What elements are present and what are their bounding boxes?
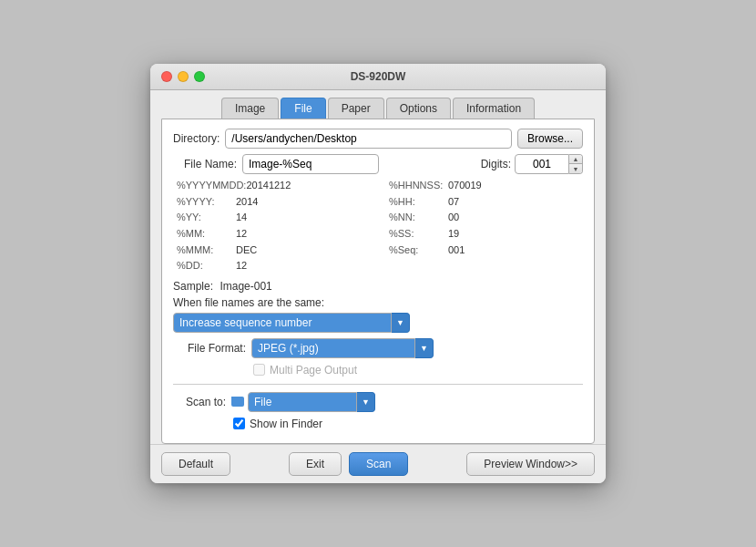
info-row-nn: %NN: 00 [389, 210, 583, 226]
show-in-finder-row: Show in Finder [173, 418, 583, 430]
sample-row: Sample: Image-001 [173, 280, 583, 293]
show-in-finder-checkbox[interactable] [233, 418, 245, 429]
info-key-hh: %HH: [389, 194, 448, 211]
digits-up-arrow[interactable]: ▲ [569, 155, 582, 164]
info-key-yyyymmdd: %YYYYMMDD: [177, 178, 246, 194]
info-key-mmm: %MMM: [177, 243, 236, 259]
scan-to-row: Scan to: File ▼ [173, 392, 583, 412]
minimize-button[interactable] [178, 71, 189, 82]
file-format-label: File Format: [173, 342, 246, 355]
browse-button[interactable]: Browse... [517, 129, 583, 149]
info-val-hh: 07 [448, 194, 459, 211]
info-key-nn: %NN: [389, 210, 448, 226]
info-row-yyyy: %YYYY: 2014 [177, 194, 371, 211]
multi-page-row: Multi Page Output [173, 364, 583, 377]
file-format-select[interactable]: JPEG (*.jpg) [251, 338, 415, 358]
tab-file[interactable]: File [281, 98, 325, 119]
info-col-left: %YYYYMMDD: 20141212 %YYYY: 2014 %YY: 14 … [177, 178, 371, 274]
digits-stepper: ▲ ▼ [569, 154, 583, 174]
sample-label: Sample: [173, 280, 213, 293]
digits-down-arrow[interactable]: ▼ [569, 164, 582, 173]
tab-paper[interactable]: Paper [328, 98, 384, 119]
info-key-yy: %YY: [177, 210, 236, 226]
info-val-nn: 00 [448, 210, 459, 226]
scan-to-wrap: File ▼ [231, 392, 375, 412]
file-format-row: File Format: JPEG (*.jpg) ▼ [173, 338, 583, 358]
directory-row: Directory: Browse... [173, 129, 583, 149]
info-row-dd: %DD: 12 [177, 258, 371, 274]
info-key-yyyy: %YYYY: [177, 194, 236, 211]
window-title: DS-920DW [351, 70, 406, 83]
info-val-hhnnss: 070019 [448, 178, 482, 194]
format-info-grid: %YYYYMMDD: 20141212 %YYYY: 2014 %YY: 14 … [173, 178, 583, 274]
title-bar: DS-920DW [150, 64, 606, 90]
info-row-ss: %SS: 19 [389, 226, 583, 243]
show-in-finder-label: Show in Finder [250, 418, 322, 430]
info-key-mm: %MM: [177, 226, 236, 243]
info-row-hhnnss: %HHNNSS: 070019 [389, 178, 583, 194]
info-col-right: %HHNNSS: 070019 %HH: 07 %NN: 00 %SS: 19 … [389, 178, 583, 274]
info-val-yyyy: 2014 [236, 194, 258, 211]
maximize-button[interactable] [194, 71, 205, 82]
main-window: DS-920DW Image File Paper Options Inform… [150, 64, 606, 483]
info-row-mmm: %MMM: DEC [177, 243, 371, 259]
tab-information[interactable]: Information [453, 98, 535, 119]
digits-label: Digits: [481, 158, 511, 170]
filename-label: File Name: [173, 158, 237, 170]
info-key-seq: %Seq: [389, 243, 448, 259]
directory-label: Directory: [173, 132, 220, 145]
scan-to-label: Scan to: [173, 396, 226, 408]
preview-window-button[interactable]: Preview Window>> [466, 452, 595, 476]
multi-page-label: Multi Page Output [270, 364, 357, 377]
sequence-select-row: Increase sequence number ▼ [173, 313, 410, 333]
digits-input[interactable] [515, 154, 569, 174]
info-row-yy: %YY: 14 [177, 210, 371, 226]
info-row-yyyymmdd: %YYYYMMDD: 20141212 [177, 178, 371, 194]
info-val-seq: 001 [448, 243, 465, 259]
info-key-ss: %SS: [389, 226, 448, 243]
tab-content: Directory: Browse... File Name: Digits: … [161, 119, 595, 444]
info-val-mm: 12 [236, 226, 247, 243]
info-row-seq: %Seq: 001 [389, 243, 583, 259]
info-row-mm: %MM: 12 [177, 226, 371, 243]
scan-to-select[interactable]: File [248, 392, 357, 412]
footer: Default Exit Scan Preview Window>> [150, 444, 606, 483]
default-button[interactable]: Default [161, 452, 230, 476]
tab-options[interactable]: Options [386, 98, 451, 119]
exit-button[interactable]: Exit [289, 452, 342, 476]
info-key-dd: %DD: [177, 258, 236, 274]
directory-input[interactable] [225, 129, 512, 149]
traffic-lights [161, 71, 205, 82]
info-row-hh: %HH: 07 [389, 194, 583, 211]
folder-icon [231, 397, 244, 407]
tab-image[interactable]: Image [221, 98, 279, 119]
close-button[interactable] [161, 71, 172, 82]
sequence-select[interactable]: Increase sequence number [173, 313, 392, 333]
multi-page-checkbox[interactable] [253, 364, 265, 376]
info-val-yyyymmdd: 20141212 [246, 178, 291, 194]
sequence-select-arrow[interactable]: ▼ [392, 313, 410, 333]
sample-value: Image-001 [220, 280, 271, 293]
info-val-mmm: DEC [236, 243, 257, 259]
scan-to-arrow[interactable]: ▼ [357, 392, 375, 412]
scan-button[interactable]: Scan [349, 452, 408, 476]
filename-digits-row: File Name: Digits: ▲ ▼ [173, 154, 583, 174]
info-key-hhnnss: %HHNNSS: [389, 178, 448, 194]
when-same-row: When file names are the same: [173, 296, 583, 309]
footer-center-buttons: Exit Scan [289, 452, 408, 476]
when-same-label: When file names are the same: [173, 296, 324, 309]
info-val-ss: 19 [448, 226, 459, 243]
file-format-arrow[interactable]: ▼ [415, 338, 434, 358]
tab-bar: Image File Paper Options Information [150, 90, 606, 119]
filename-input[interactable] [242, 154, 379, 174]
info-val-dd: 12 [236, 258, 247, 274]
info-val-yy: 14 [236, 210, 247, 226]
